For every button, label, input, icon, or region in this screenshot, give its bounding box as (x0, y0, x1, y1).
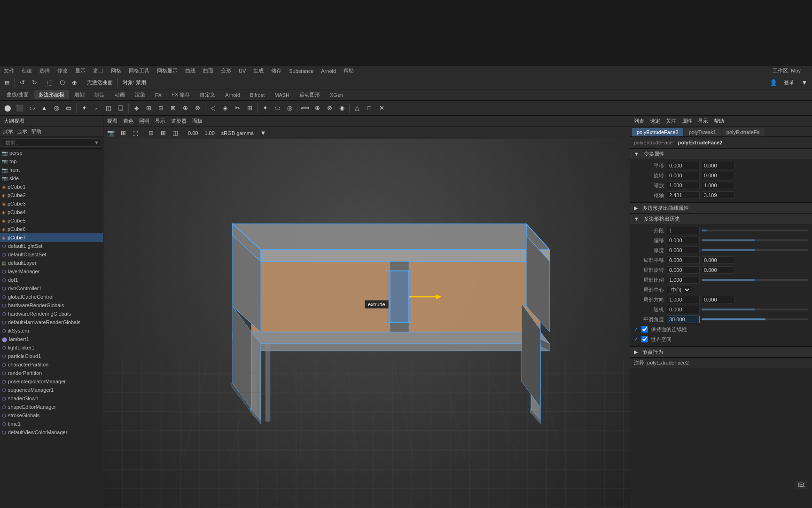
tab-curve-surface[interactable]: 曲线/曲面 (2, 90, 33, 99)
outliner-item[interactable]: 📷top (0, 157, 103, 166)
tab-render[interactable]: 渲染 (130, 90, 150, 99)
merge-icon[interactable]: ⊕ (180, 103, 191, 114)
viewport-lighting[interactable]: 照明 (139, 118, 149, 125)
rotate-y[interactable] (702, 172, 734, 179)
menu-curve[interactable]: 曲线 (185, 67, 195, 74)
menu-create[interactable]: 创建 (22, 67, 32, 74)
outliner-item[interactable]: ⬡hardwareRenderGlobals (0, 301, 103, 310)
outliner-item[interactable]: ⬡poseInterpolatorManager (0, 377, 103, 386)
translate-y[interactable] (702, 162, 734, 169)
menu-help[interactable]: 帮助 (344, 67, 354, 74)
outliner-item[interactable]: ⬤lambert1 (0, 335, 103, 343)
vertex-behavior-header[interactable]: ▶ 节点行为 (630, 347, 812, 357)
viewport-renderer[interactable]: 道染器 (171, 118, 187, 125)
paint-icon[interactable]: ⊕ (69, 77, 80, 88)
triangulate-icon[interactable]: △ (351, 103, 363, 114)
divisions-slider[interactable] (702, 230, 808, 231)
cleanup-icon[interactable]: ✕ (376, 103, 387, 114)
rp-attr[interactable]: 属性 (682, 118, 692, 125)
rp-list[interactable]: 列表 (634, 118, 644, 125)
local-scale-slider[interactable] (702, 279, 808, 281)
redo-icon[interactable]: ↻ (29, 77, 40, 88)
outliner-show[interactable]: 展示 (3, 128, 13, 135)
outliner-item[interactable]: 📷side (0, 174, 103, 183)
outliner-item[interactable]: ⬡strokeGlobals (0, 411, 103, 420)
sphere-icon[interactable]: ⬤ (2, 103, 13, 114)
multi-icon[interactable]: ❏ (115, 103, 126, 114)
vertex-icon[interactable]: ✦ (78, 103, 90, 114)
cut-icon[interactable]: ✂ (232, 103, 243, 114)
quadrangulate-icon[interactable]: □ (364, 103, 375, 114)
combine-icon[interactable]: ⊕ (312, 103, 323, 114)
extrude-history-header[interactable]: ▼ 多边形挤出历史 (630, 214, 812, 224)
smooth-angle-input[interactable] (667, 316, 700, 323)
smooth-icon[interactable]: ⬭ (272, 103, 283, 114)
outliner-item[interactable]: ◈pCube7 (0, 233, 103, 242)
plane-icon[interactable]: ▭ (63, 103, 74, 114)
user-icon[interactable]: 👤 (768, 77, 779, 88)
search-input[interactable] (2, 138, 101, 147)
rp-focus[interactable]: 关注 (666, 118, 676, 125)
offset-input[interactable] (667, 237, 700, 244)
undo-icon[interactable]: ↺ (16, 77, 28, 88)
outliner-item[interactable]: ◈pCube4 (0, 208, 103, 216)
offset-slider[interactable] (702, 239, 808, 241)
vp-layout-icon[interactable]: ⊟ (145, 127, 156, 139)
outliner-item[interactable]: ⬡defaultLightSet (0, 242, 103, 250)
menu-save[interactable]: 储存 (271, 67, 281, 74)
pivot-x[interactable] (667, 191, 700, 199)
separate-icon[interactable]: ⊗ (324, 103, 335, 114)
tab-xgen[interactable]: XGen (325, 91, 348, 99)
menu-display[interactable]: 显示 (75, 67, 86, 74)
scale-y[interactable] (702, 182, 734, 189)
viewport-panel-btn[interactable]: 面板 (192, 118, 203, 125)
tab-rigging[interactable]: 绑定 (90, 90, 109, 99)
outliner-item[interactable]: ⬡defaultHardwareRenderGlobals (0, 318, 103, 326)
bridge-icon[interactable]: ⊞ (143, 103, 154, 114)
viewport-view[interactable]: 视图 (107, 118, 117, 125)
cylinder-icon[interactable]: ⬭ (26, 103, 38, 114)
tab-polygon[interactable]: 多边形建模 (34, 90, 69, 99)
tab-sculpt[interactable]: 雕刻 (70, 90, 89, 99)
outliner-item[interactable]: ◈pCube1 (0, 183, 103, 191)
viewport-shading[interactable]: 着色 (123, 118, 133, 125)
outliner-item[interactable]: ⬡renderPartition (0, 369, 103, 377)
transform-section-header[interactable]: ▼ 变换属性 (630, 149, 812, 159)
outliner-display[interactable]: 显示 (17, 128, 27, 135)
tab-bifrost[interactable]: Bifrost (245, 91, 269, 99)
local-dir-x[interactable] (667, 296, 700, 303)
outliner-help[interactable]: 帮助 (31, 128, 41, 135)
divisions-input[interactable] (667, 227, 700, 234)
vp-layout3-icon[interactable]: ◫ (170, 127, 181, 139)
viewport-show[interactable]: 显示 (155, 118, 165, 125)
menu-substance[interactable]: Substance (289, 68, 313, 74)
vp-camera-icon[interactable]: 📷 (105, 127, 117, 139)
toolbar-file-btn[interactable]: ▤ (2, 79, 12, 87)
outliner-item[interactable]: ⬡globalCacheControl (0, 293, 103, 301)
tab-motion-graphics[interactable]: 运动图形 (295, 90, 325, 99)
local-rotate-y[interactable] (702, 266, 734, 274)
outliner-item[interactable]: ◈pCube6 (0, 225, 103, 233)
outliner-item[interactable]: ◈pCube2 (0, 191, 103, 199)
tab-custom[interactable]: 自定义 (195, 90, 220, 99)
outliner-item[interactable]: ⬡shaderGlow1 (0, 394, 103, 403)
scale-x[interactable] (667, 182, 700, 189)
extrude-icon[interactable]: ⊟ (155, 103, 166, 114)
outliner-item[interactable]: ⬡lightLinker1 (0, 343, 103, 352)
login-btn[interactable]: 登录 (781, 78, 797, 87)
outliner-item[interactable]: ⬡layerManager (0, 267, 103, 276)
cone-icon[interactable]: ▲ (39, 103, 50, 114)
local-rotate-x[interactable] (667, 266, 700, 274)
outliner-item[interactable]: ⬡hardwareRenderingGlobals (0, 310, 103, 318)
fill-icon[interactable]: ⊠ (167, 103, 179, 114)
menu-deform[interactable]: 变形 (221, 67, 231, 74)
menu-surface[interactable]: 曲面 (203, 67, 213, 74)
menu-mesh-tools[interactable]: 网格工具 (129, 67, 149, 74)
local-translate-y[interactable] (702, 256, 734, 264)
outliner-item[interactable]: ⬡sequenceManager1 (0, 386, 103, 394)
outliner-item[interactable]: 📷front (0, 166, 103, 174)
outliner-item[interactable]: ◈pCube5 (0, 216, 103, 225)
mirror-icon[interactable]: ⟺ (299, 103, 311, 114)
local-dir-y[interactable] (702, 296, 734, 303)
thickness-slider[interactable] (702, 249, 808, 251)
